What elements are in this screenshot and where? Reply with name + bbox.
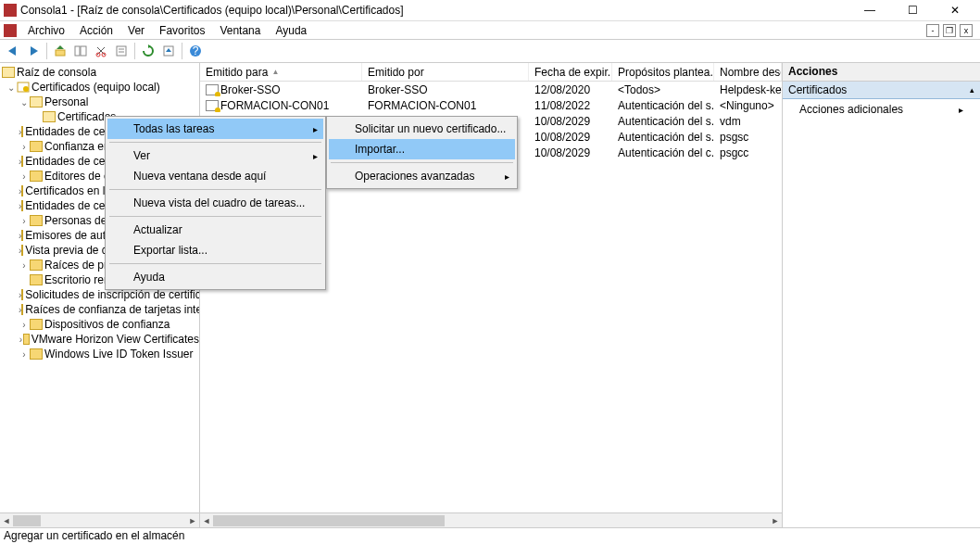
- expand-icon[interactable]: ›: [19, 171, 30, 182]
- folder-icon: [30, 141, 43, 152]
- export-list-button[interactable]: [159, 42, 178, 60]
- column-propositos[interactable]: Propósitos plantea...: [612, 63, 714, 81]
- column-emitido-para[interactable]: Emitido para▲: [200, 63, 362, 81]
- tree-item[interactable]: ›Windows Live ID Token Issuer: [0, 347, 199, 361]
- actions-section[interactable]: Certificados ▴: [783, 82, 980, 99]
- expand-icon[interactable]: ›: [19, 216, 30, 226]
- scroll-left-arrow-icon[interactable]: ◄: [200, 513, 213, 528]
- minimize-button[interactable]: —: [856, 4, 884, 17]
- folder-icon: [21, 245, 23, 256]
- close-button[interactable]: ✕: [941, 4, 969, 17]
- cell-propositos: Autenticación del s...: [612, 131, 714, 144]
- folder-icon: [21, 156, 23, 167]
- maximize-button[interactable]: ☐: [898, 4, 926, 17]
- expand-icon[interactable]: ›: [19, 320, 30, 330]
- folder-icon: [30, 215, 43, 226]
- column-fecha[interactable]: Fecha de expir...: [529, 63, 612, 81]
- cut-button[interactable]: [92, 42, 110, 60]
- scrollbar-thumb[interactable]: [213, 515, 445, 526]
- expand-icon[interactable]: ›: [19, 349, 30, 360]
- expand-icon[interactable]: ›: [19, 142, 30, 152]
- collapse-icon[interactable]: ⌄: [19, 97, 30, 108]
- cell-fecha: 12/08/2020: [529, 83, 612, 96]
- cell-propositos: Autenticación del s...: [612, 99, 714, 112]
- menu-favoritos[interactable]: Favoritos: [152, 24, 212, 37]
- column-emitido-por[interactable]: Emitido por: [362, 63, 529, 81]
- list-horizontal-scrollbar[interactable]: ◄ ►: [200, 512, 782, 527]
- svg-marker-3: [57, 45, 64, 49]
- forward-button[interactable]: [24, 42, 43, 60]
- folder-icon: [21, 289, 23, 300]
- ctx-nueva-ventana[interactable]: Nueva ventana desde aquí: [107, 166, 323, 186]
- cell-fecha: 10/08/2029: [529, 146, 612, 159]
- submenu-arrow-icon: ▸: [959, 105, 963, 115]
- ctx-nueva-vista[interactable]: Nueva vista del cuadro de tareas...: [107, 193, 323, 213]
- expand-icon[interactable]: ›: [19, 260, 30, 271]
- ctx-todas-tareas-label: Todas las tareas: [133, 122, 214, 135]
- show-hide-tree-button[interactable]: [71, 42, 90, 60]
- up-button[interactable]: [51, 42, 69, 60]
- scroll-left-arrow-icon[interactable]: ◄: [0, 513, 13, 527]
- column-nombre[interactable]: Nombre desc: [714, 63, 782, 81]
- menu-separator: [109, 142, 321, 143]
- column-propositos-label: Propósitos plantea...: [618, 66, 714, 79]
- ctx-exportar-lista[interactable]: Exportar lista...: [107, 240, 323, 260]
- help-button[interactable]: ?: [186, 42, 205, 60]
- cell-fecha: 11/08/2022: [529, 99, 612, 112]
- back-button[interactable]: [4, 42, 22, 60]
- scrollbar-thumb[interactable]: [13, 515, 41, 526]
- tree-item[interactable]: ›Dispositivos de confianza: [0, 317, 199, 332]
- tree-item-label: Windows Live ID Token Issuer: [44, 348, 194, 361]
- ctx-ayuda[interactable]: Ayuda: [107, 267, 323, 287]
- submenu-arrow-icon: ▸: [505, 171, 509, 182]
- tree-snapin-label: Certificados (equipo local): [31, 81, 160, 94]
- cell-propositos: <Todos>: [612, 83, 714, 96]
- mdi-restore-button[interactable]: ❐: [943, 24, 956, 37]
- ctx-actualizar-label: Actualizar: [133, 223, 182, 236]
- ctx-actualizar[interactable]: Actualizar: [107, 220, 323, 240]
- tree-horizontal-scrollbar[interactable]: ◄ ►: [0, 512, 199, 527]
- ctx-solicitar-certificado[interactable]: Solicitar un nuevo certificado...: [329, 119, 515, 139]
- table-row[interactable]: FORMACION-CON01 FORMACION-CON01 11/08/20…: [200, 97, 782, 113]
- certificate-icon: [206, 84, 219, 95]
- collapse-icon[interactable]: ⌄: [6, 82, 17, 93]
- cell-fecha: 10/08/2029: [529, 131, 612, 144]
- actions-additional[interactable]: Acciones adicionales ▸: [783, 99, 980, 120]
- ctx-todas-tareas[interactable]: Todas las tareas ▸: [107, 119, 323, 139]
- ctx-solicitar-certificado-label: Solicitar un nuevo certificado...: [355, 122, 506, 135]
- sort-asc-icon: ▲: [271, 68, 279, 76]
- tree-snapin[interactable]: ⌄ Certificados (equipo local): [0, 80, 199, 95]
- menu-separator: [109, 216, 321, 217]
- menu-ver[interactable]: Ver: [120, 24, 152, 37]
- cell-propositos: Autenticación del c...: [612, 146, 714, 159]
- scroll-right-arrow-icon[interactable]: ►: [769, 513, 782, 528]
- ctx-ayuda-label: Ayuda: [133, 271, 165, 284]
- ctx-ver[interactable]: Ver ▸: [107, 145, 323, 166]
- menu-ayuda[interactable]: Ayuda: [268, 24, 314, 37]
- ctx-importar[interactable]: Importar...: [329, 139, 515, 159]
- menu-accion[interactable]: Acción: [72, 24, 120, 37]
- scroll-right-arrow-icon[interactable]: ►: [186, 513, 199, 527]
- menu-archivo[interactable]: Archivo: [20, 24, 72, 37]
- submenu-arrow-icon: ▸: [313, 124, 318, 134]
- tree-root[interactable]: Raíz de consola: [0, 65, 199, 80]
- folder-icon: [21, 200, 23, 211]
- table-row[interactable]: Broker-SSO Broker-SSO 12/08/2020 <Todos>…: [200, 82, 782, 97]
- properties-button[interactable]: [112, 42, 131, 60]
- mdi-close-button[interactable]: x: [960, 24, 973, 37]
- tree-personal-label: Personal: [44, 95, 88, 108]
- folder-icon: [30, 171, 43, 182]
- tree-item[interactable]: ›VMware Horizon View Certificates: [0, 332, 199, 347]
- cell-fecha: 10/08/2029: [529, 115, 612, 128]
- svg-rect-2: [56, 50, 65, 56]
- folder-icon: [30, 348, 43, 360]
- tree-personal[interactable]: ⌄ Personal: [0, 95, 199, 109]
- tree-item[interactable]: ›Raíces de confianza de tarjetas intelig…: [0, 302, 199, 317]
- certificate-snapin-icon: [17, 82, 30, 93]
- menu-ventana[interactable]: Ventana: [212, 24, 268, 37]
- column-emitido-para-label: Emitido para: [206, 66, 268, 79]
- ctx-operaciones-avanzadas[interactable]: Operaciones avanzadas ▸: [329, 166, 515, 186]
- refresh-button[interactable]: [139, 42, 157, 60]
- mdi-minimize-button[interactable]: -: [926, 24, 939, 37]
- context-menu: Todas las tareas ▸ Ver ▸ Nueva ventana d…: [105, 116, 326, 290]
